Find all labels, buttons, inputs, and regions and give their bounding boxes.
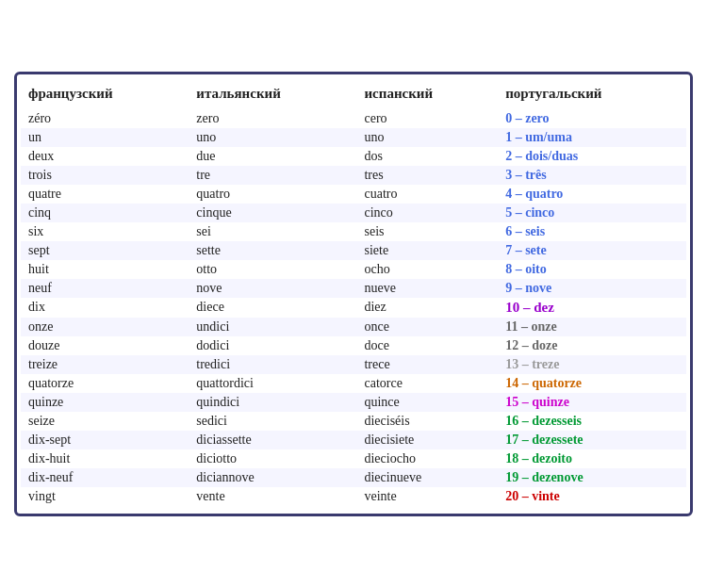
cell-spanish: doce <box>356 336 498 355</box>
cell-spanish: dieciocho <box>356 449 498 468</box>
cell-portuguese: 7 – sete <box>498 241 686 260</box>
cell-french: sept <box>21 241 189 260</box>
cell-portuguese: 8 – oito <box>498 260 686 279</box>
cell-portuguese: 13 – treze <box>498 355 686 374</box>
table-row: dix-neufdiciannovediecinueve19 – dezenov… <box>21 468 686 487</box>
cell-italian: due <box>189 147 356 166</box>
cell-portuguese: 6 – seis <box>498 222 686 241</box>
numbers-table: французский итальянский испанский португ… <box>21 82 686 506</box>
cell-french: quatorze <box>21 374 189 393</box>
cell-french: seize <box>21 412 189 431</box>
cell-french: vingt <box>21 487 189 506</box>
cell-italian: uno <box>189 128 356 147</box>
cell-french: six <box>21 222 189 241</box>
table-row: dix-huitdiciottodieciocho18 – dezoito <box>21 449 686 468</box>
cell-french: zéro <box>21 109 189 128</box>
table-row: huitottoocho8 – oito <box>21 260 686 279</box>
cell-spanish: diez <box>356 298 498 318</box>
cell-italian: dodici <box>189 336 356 355</box>
table-row: cinqcinquecinco5 – cinco <box>21 204 686 222</box>
cell-portuguese: 11 – onze <box>498 318 686 336</box>
table-row: zérozerocero0 – zero <box>21 109 686 128</box>
cell-portuguese: 19 – dezenove <box>498 468 686 487</box>
header-italian: итальянский <box>189 82 356 109</box>
table-row: neufnovenueve9 – nove <box>21 279 686 298</box>
cell-french: douze <box>21 336 189 355</box>
table-row: quinzequindiciquince15 – quinze <box>21 393 686 412</box>
cell-portuguese: 1 – um/uma <box>498 128 686 147</box>
cell-italian: tre <box>189 166 356 185</box>
cell-portuguese: 10 – dez <box>498 298 686 318</box>
cell-spanish: nueve <box>356 279 498 298</box>
table-row: ununouno1 – um/uma <box>21 128 686 147</box>
cell-french: cinq <box>21 204 189 222</box>
table-row: sixseiseis6 – seis <box>21 222 686 241</box>
cell-french: dix-huit <box>21 449 189 468</box>
cell-italian: nove <box>189 279 356 298</box>
cell-spanish: veinte <box>356 487 498 506</box>
cell-italian: quattordici <box>189 374 356 393</box>
cell-french: dix-sept <box>21 431 189 449</box>
cell-italian: sette <box>189 241 356 260</box>
cell-french: quinze <box>21 393 189 412</box>
cell-italian: otto <box>189 260 356 279</box>
table-row: quatorzequattordicicatorce14 – quatorze <box>21 374 686 393</box>
cell-french: un <box>21 128 189 147</box>
cell-french: dix <box>21 298 189 318</box>
language-table-container: французский итальянский испанский португ… <box>14 72 693 516</box>
cell-spanish: diecisiete <box>356 431 498 449</box>
cell-french: onze <box>21 318 189 336</box>
cell-italian: diece <box>189 298 356 318</box>
cell-portuguese: 4 – quatro <box>498 185 686 204</box>
header-portuguese: португальский <box>498 82 686 109</box>
cell-italian: diciannove <box>189 468 356 487</box>
cell-french: dix-neuf <box>21 468 189 487</box>
cell-spanish: cinco <box>356 204 498 222</box>
cell-spanish: trece <box>356 355 498 374</box>
cell-portuguese: 12 – doze <box>498 336 686 355</box>
table-row: dix-septdiciassettediecisiete17 – dezess… <box>21 431 686 449</box>
cell-spanish: dieciséis <box>356 412 498 431</box>
cell-spanish: ocho <box>356 260 498 279</box>
table-row: seizesedicidieciséis16 – dezesseis <box>21 412 686 431</box>
cell-portuguese: 18 – dezoito <box>498 449 686 468</box>
cell-spanish: diecinueve <box>356 468 498 487</box>
cell-italian: diciotto <box>189 449 356 468</box>
cell-french: deux <box>21 147 189 166</box>
cell-spanish: cuatro <box>356 185 498 204</box>
cell-portuguese: 14 – quatorze <box>498 374 686 393</box>
cell-italian: vente <box>189 487 356 506</box>
cell-italian: sedici <box>189 412 356 431</box>
cell-italian: sei <box>189 222 356 241</box>
cell-spanish: catorce <box>356 374 498 393</box>
cell-french: quatre <box>21 185 189 204</box>
cell-french: neuf <box>21 279 189 298</box>
cell-portuguese: 0 – zero <box>498 109 686 128</box>
cell-portuguese: 17 – dezessete <box>498 431 686 449</box>
cell-portuguese: 5 – cinco <box>498 204 686 222</box>
table-row: quatrequatrocuatro4 – quatro <box>21 185 686 204</box>
cell-italian: cinque <box>189 204 356 222</box>
cell-italian: quindici <box>189 393 356 412</box>
cell-french: trois <box>21 166 189 185</box>
cell-spanish: dos <box>356 147 498 166</box>
cell-spanish: siete <box>356 241 498 260</box>
cell-spanish: uno <box>356 128 498 147</box>
header-spanish: испанский <box>356 82 498 109</box>
table-row: douzedodicidoce12 – doze <box>21 336 686 355</box>
cell-french: huit <box>21 260 189 279</box>
table-row: onzeundicionce11 – onze <box>21 318 686 336</box>
cell-spanish: once <box>356 318 498 336</box>
cell-portuguese: 20 – vinte <box>498 487 686 506</box>
table-row: treizetredicitrece13 – treze <box>21 355 686 374</box>
cell-portuguese: 15 – quinze <box>498 393 686 412</box>
cell-portuguese: 16 – dezesseis <box>498 412 686 431</box>
cell-portuguese: 2 – dois/duas <box>498 147 686 166</box>
cell-portuguese: 9 – nove <box>498 279 686 298</box>
table-row: septsettesiete7 – sete <box>21 241 686 260</box>
header-french: французский <box>21 82 189 109</box>
cell-portuguese: 3 – três <box>498 166 686 185</box>
table-row: dixdiecediez10 – dez <box>21 298 686 318</box>
cell-spanish: quince <box>356 393 498 412</box>
cell-italian: undici <box>189 318 356 336</box>
